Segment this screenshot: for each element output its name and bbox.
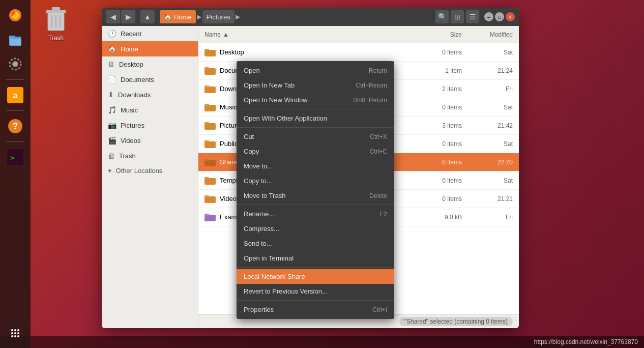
system-settings-icon[interactable] xyxy=(4,53,26,75)
svg-point-16 xyxy=(11,332,13,334)
desktop: a ? >_ xyxy=(0,0,644,348)
svg-point-5 xyxy=(13,62,18,67)
sidebar-item-home[interactable]: 🏠 Home xyxy=(102,41,198,56)
sidebar-item-documents[interactable]: 📄 Documents xyxy=(102,72,198,87)
ctx-local-network-share[interactable]: Local Network Share xyxy=(237,269,394,284)
svg-point-13 xyxy=(11,329,13,331)
add-location-icon: + xyxy=(108,167,112,175)
ctx-divider-4 xyxy=(237,267,394,268)
ctx-open-other-app[interactable]: Open With Other Application xyxy=(237,111,394,126)
ctx-copy[interactable]: Copy Ctrl+C xyxy=(237,144,394,159)
name-column-header[interactable]: Name ▲ xyxy=(204,31,416,38)
window-controls: – □ ✕ xyxy=(484,12,515,21)
ctx-open-new-tab[interactable]: Open In New Tab Ctrl+Return xyxy=(237,78,394,93)
back-button[interactable]: ◀ xyxy=(106,10,120,23)
grid-view-button[interactable]: ⊞ xyxy=(451,10,464,23)
breadcrumb-pictures[interactable]: Pictures xyxy=(202,10,235,23)
ctx-compress[interactable]: Compress... xyxy=(237,221,394,236)
file-name-desktop: Desktop xyxy=(204,47,416,58)
svg-rect-41 xyxy=(204,159,209,161)
terminal-icon[interactable]: >_ xyxy=(4,146,26,168)
ctx-divider-1 xyxy=(237,109,394,109)
search-button[interactable]: 🔍 xyxy=(435,10,449,23)
svg-rect-31 xyxy=(204,67,209,69)
svg-rect-39 xyxy=(204,140,209,142)
sidebar: 🕐 Recent 🏠 Home 🖥 Desktop 📄 Documents ⬇ xyxy=(102,26,198,328)
sidebar-other-locations[interactable]: + Other Locations xyxy=(102,163,198,178)
minimize-button[interactable]: – xyxy=(484,12,493,21)
sidebar-item-recent-label: Recent xyxy=(121,30,141,38)
taskbar: a ? >_ xyxy=(0,0,31,348)
sidebar-item-recent[interactable]: 🕐 Recent xyxy=(102,26,198,41)
sidebar-item-pictures[interactable]: 📷 Pictures xyxy=(102,118,198,133)
show-apps-icon[interactable] xyxy=(9,327,21,342)
sidebar-item-trash[interactable]: 🗑 Trash xyxy=(102,148,198,163)
ctx-properties[interactable]: Properties Ctrl+I xyxy=(237,302,394,317)
svg-rect-35 xyxy=(204,104,209,106)
svg-point-19 xyxy=(11,335,13,337)
ctx-open[interactable]: Open Return xyxy=(237,63,394,78)
forward-button[interactable]: ▶ xyxy=(121,10,135,23)
svg-rect-4 xyxy=(10,39,21,45)
breadcrumb-end-arrow: ▶ xyxy=(236,13,240,20)
svg-rect-47 xyxy=(204,214,209,216)
ctx-copy-to[interactable]: Copy to... xyxy=(237,173,394,188)
svg-point-18 xyxy=(17,332,19,334)
taskbar-divider-2 xyxy=(6,110,24,111)
column-headers: Name ▲ Size Modified xyxy=(198,26,519,43)
sidebar-item-music-label: Music xyxy=(121,106,138,114)
ctx-move-to[interactable]: Move to... xyxy=(237,159,394,173)
firefox-icon[interactable] xyxy=(4,4,26,26)
amazon-icon[interactable]: a xyxy=(4,84,26,106)
svg-point-20 xyxy=(14,335,16,337)
breadcrumb-home[interactable]: 🏠 Home xyxy=(160,10,196,23)
svg-rect-3 xyxy=(9,36,15,38)
up-button[interactable]: ▲ xyxy=(140,10,155,23)
table-row[interactable]: Desktop 0 items Sat xyxy=(198,43,519,62)
sidebar-item-downloads[interactable]: ⬇ Downloads xyxy=(102,87,198,102)
bottom-bar: https://blog.csdn.net/weixin_37763870 xyxy=(0,336,644,348)
nav-buttons: ◀ ▶ xyxy=(106,10,135,23)
svg-rect-45 xyxy=(204,195,209,197)
sidebar-item-documents-label: Documents xyxy=(121,76,154,83)
ctx-cut[interactable]: Cut Ctrl+X xyxy=(237,129,394,144)
sidebar-item-videos-label: Videos xyxy=(121,137,141,144)
svg-rect-24 xyxy=(52,7,60,11)
files-taskbar-icon[interactable] xyxy=(4,28,26,51)
list-view-button[interactable]: ☰ xyxy=(466,10,479,23)
status-text: "Shared" selected (containing 0 items) xyxy=(399,317,513,326)
videos-icon: 🎬 xyxy=(108,136,116,144)
size-column-header[interactable]: Size xyxy=(416,31,462,38)
svg-text:>_: >_ xyxy=(10,154,19,162)
home-sidebar-icon: 🏠 xyxy=(108,45,116,53)
svg-text:a: a xyxy=(13,91,18,100)
title-bar: ◀ ▶ ▲ 🏠 Home ▶ Pictures ▶ 🔍 ⊞ ☰ xyxy=(102,8,519,26)
ctx-rename[interactable]: Rename... F2 xyxy=(237,207,394,221)
toolbar-actions: 🔍 ⊞ ☰ xyxy=(435,10,479,23)
desktop-trash-label: Trash xyxy=(48,35,64,42)
svg-rect-37 xyxy=(204,122,209,124)
modified-column-header[interactable]: Modified xyxy=(462,31,513,38)
sidebar-item-desktop-label: Desktop xyxy=(119,61,143,68)
ctx-move-trash[interactable]: Move to Trash Delete xyxy=(237,188,394,203)
ctx-open-terminal[interactable]: Open in Terminal xyxy=(237,251,394,266)
svg-rect-29 xyxy=(204,49,209,51)
ctx-revert[interactable]: Revert to Previous Version... xyxy=(237,284,394,299)
desktop-trash[interactable]: Trash xyxy=(38,5,74,42)
sidebar-item-desktop[interactable]: 🖥 Desktop xyxy=(102,56,198,72)
ctx-open-new-window[interactable]: Open In New Window Shift+Return xyxy=(237,93,394,107)
context-menu: Open Return Open In New Tab Ctrl+Return … xyxy=(237,61,394,319)
svg-text:?: ? xyxy=(13,121,18,131)
downloads-icon: ⬇ xyxy=(108,91,114,99)
help-icon[interactable]: ? xyxy=(4,115,26,137)
desktop-icon: 🖥 xyxy=(108,60,115,68)
sidebar-item-music[interactable]: 🎵 Music xyxy=(102,102,198,118)
trash-icon xyxy=(42,5,70,34)
sidebar-item-pictures-label: Pictures xyxy=(121,122,144,129)
ctx-send-to[interactable]: Send to... xyxy=(237,236,394,251)
breadcrumb-separator: ▶ xyxy=(197,13,201,20)
sidebar-item-videos[interactable]: 🎬 Videos xyxy=(102,133,198,148)
close-button[interactable]: ✕ xyxy=(506,12,515,21)
url-text: https://blog.csdn.net/weixin_37763870 xyxy=(534,338,638,345)
maximize-button[interactable]: □ xyxy=(495,12,504,21)
